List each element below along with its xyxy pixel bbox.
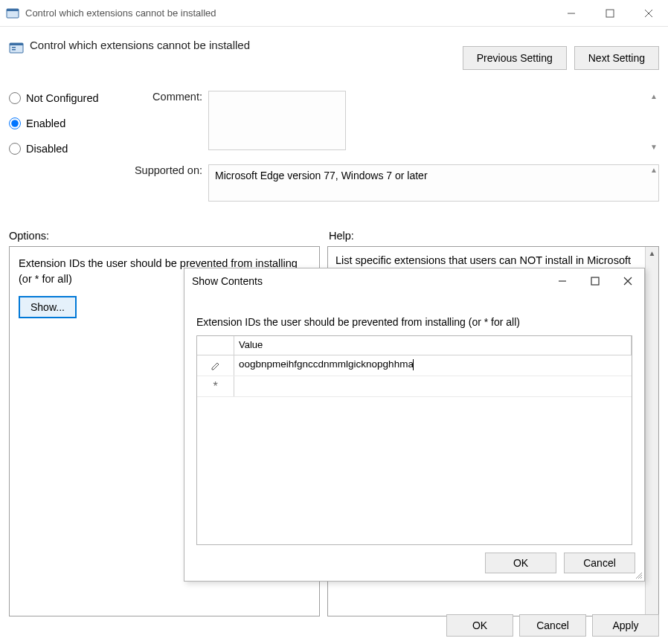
radio-disabled-input[interactable] [9, 143, 21, 155]
dialog-close-button[interactable] [611, 268, 644, 294]
comment-input[interactable] [208, 91, 346, 150]
window-title: Control which extensions cannot be insta… [25, 7, 216, 19]
scroll-up-icon: ▲ [650, 166, 658, 174]
show-button[interactable]: Show... [19, 296, 77, 318]
scroll-up-icon[interactable]: ▲ [646, 247, 658, 261]
page-title: Control which extensions cannot be insta… [30, 39, 250, 51]
svg-rect-1 [7, 9, 19, 11]
scroll-up-icon: ▲ [650, 92, 658, 100]
radio-not-configured[interactable]: Not Configured [9, 92, 121, 104]
dialog-title: Show Contents [192, 275, 263, 287]
show-contents-dialog: Show Contents Extension IDs the user sho… [184, 268, 645, 582]
row-edit-icon[interactable] [197, 355, 234, 376]
policy-editor-window: Control which extensions cannot be insta… [0, 0, 668, 644]
dialog-titlebar: Show Contents [184, 268, 644, 294]
comment-label: Comment: [125, 91, 208, 152]
dialog-ok-button[interactable]: OK [485, 553, 556, 573]
svg-rect-3 [606, 10, 614, 17]
row-new-icon[interactable]: * [197, 376, 234, 396]
dialog-maximize-button[interactable] [579, 268, 611, 294]
maximize-button[interactable] [591, 0, 629, 27]
grid-cell-value[interactable]: oogbnpmeihfgnccdnmmlgicknopghhma [234, 355, 632, 376]
radio-not-configured-input[interactable] [9, 92, 21, 104]
dialog-cancel-button[interactable]: Cancel [564, 553, 635, 573]
minimize-button[interactable] [552, 0, 591, 27]
previous-setting-button[interactable]: Previous Setting [463, 46, 567, 70]
policy-header-icon [9, 40, 24, 55]
titlebar: Control which extensions cannot be insta… [0, 0, 668, 27]
resize-grip-icon[interactable] [634, 570, 643, 579]
radio-enabled[interactable]: Enabled [9, 117, 121, 129]
radio-disabled[interactable]: Disabled [9, 143, 121, 155]
cancel-button[interactable]: Cancel [519, 614, 586, 637]
grid-header: Value [197, 336, 632, 355]
svg-rect-11 [591, 277, 599, 285]
values-grid[interactable]: Value oogbnpmeihfgnccdnmmlgicknopghhma * [196, 335, 632, 545]
radio-label: Enabled [26, 117, 65, 129]
grid-cell-value[interactable] [234, 376, 632, 396]
grid-row[interactable]: oogbnpmeihfgnccdnmmlgicknopghhma [197, 355, 632, 376]
supported-on-label: Supported on: [125, 164, 208, 202]
dialog-description: Extension IDs the user should be prevent… [196, 316, 632, 328]
apply-button[interactable]: Apply [592, 614, 659, 637]
scroll-down-icon: ▼ [650, 143, 658, 151]
grid-column-header[interactable]: Value [234, 336, 632, 355]
help-section-label: Help: [329, 230, 354, 242]
radio-label: Disabled [26, 143, 68, 155]
dialog-minimize-button[interactable] [546, 268, 579, 294]
svg-line-16 [640, 577, 642, 579]
svg-rect-8 [12, 47, 16, 48]
grid-empty-area[interactable] [197, 397, 632, 544]
grid-corner-cell [197, 336, 234, 355]
policy-icon [6, 7, 19, 20]
close-button[interactable] [629, 0, 668, 27]
radio-enabled-input[interactable] [9, 117, 21, 129]
svg-rect-7 [10, 43, 23, 45]
grid-row[interactable]: * [197, 376, 632, 397]
svg-rect-9 [12, 49, 16, 51]
next-setting-button[interactable]: Next Setting [574, 46, 659, 70]
help-scrollbar[interactable]: ▲ [645, 247, 658, 616]
ok-button[interactable]: OK [446, 614, 513, 637]
supported-on-value: Microsoft Edge version 77, Windows 7 or … [208, 164, 659, 202]
radio-label: Not Configured [26, 92, 99, 104]
options-section-label: Options: [9, 230, 329, 242]
